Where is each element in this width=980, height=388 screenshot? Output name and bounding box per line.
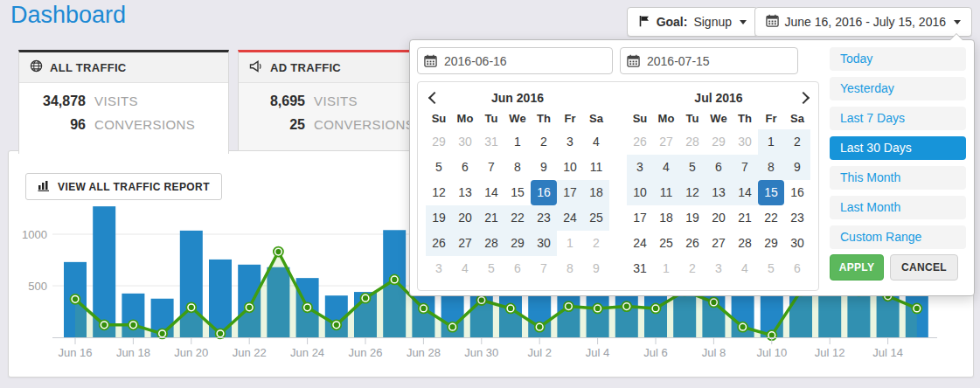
calendar-day[interactable]: 27 (705, 231, 732, 256)
calendar-day[interactable]: 3 (627, 155, 653, 180)
calendar-day[interactable]: 14 (732, 180, 758, 205)
calendar-day[interactable]: 1 (504, 129, 531, 155)
calendar-day[interactable]: 10 (557, 155, 583, 180)
calendar-day[interactable]: 25 (653, 231, 679, 256)
calendar-day[interactable]: 31 (478, 129, 504, 155)
calendar-day[interactable]: 4 (452, 256, 478, 281)
calendar-day[interactable]: 9 (531, 155, 557, 180)
calendar-day[interactable]: 8 (557, 256, 583, 281)
calendar-day[interactable]: 7 (732, 155, 758, 180)
calendar-day[interactable]: 23 (784, 205, 810, 231)
start-date-input[interactable] (417, 47, 613, 74)
view-all-traffic-report-button[interactable]: VIEW ALL TRAFFIC REPORT (25, 173, 222, 200)
calendar-day[interactable]: 29 (504, 231, 531, 256)
calendar-day[interactable]: 17 (557, 180, 583, 205)
calendar-day[interactable]: 4 (653, 155, 679, 180)
calendar-day[interactable]: 5 (679, 155, 705, 180)
calendar-day[interactable]: 7 (478, 155, 504, 180)
calendar-day[interactable]: 27 (452, 231, 478, 256)
calendar-day[interactable]: 2 (583, 231, 609, 256)
calendar-day[interactable]: 6 (784, 256, 810, 281)
calendar-day[interactable]: 9 (784, 155, 810, 180)
preset-last-30-days[interactable]: Last 30 Days (830, 136, 966, 160)
marker-dot (914, 306, 920, 311)
calendar-day[interactable]: 30 (452, 129, 478, 155)
calendar-day[interactable]: 16 (784, 180, 810, 205)
date-range-button[interactable]: June 16, 2016 - July 15, 2016 (754, 7, 972, 37)
calendar-day[interactable]: 26 (426, 231, 452, 256)
calendar-day[interactable]: 2 (531, 129, 557, 155)
calendar-day[interactable]: 22 (758, 205, 784, 231)
calendar-day[interactable]: 11 (653, 180, 679, 205)
preset-custom-range[interactable]: Custom Range (830, 225, 966, 249)
calendar-day[interactable]: 17 (627, 205, 653, 231)
calendar-day[interactable]: 10 (627, 180, 653, 205)
calendar-day[interactable]: 12 (679, 180, 705, 205)
calendar-day[interactable]: 4 (732, 256, 758, 281)
calendar-day[interactable]: 1 (653, 256, 679, 281)
calendar-day[interactable]: 3 (426, 256, 452, 281)
goal-dropdown-button[interactable]: Goal: Signup (627, 7, 758, 37)
calendar-day[interactable]: 19 (426, 205, 452, 231)
calendar-day[interactable]: 24 (557, 205, 583, 231)
all-traffic-card[interactable]: ALL TRAFFIC 34,878VISITS 96CONVERSIONS (18, 50, 229, 154)
calendar-day[interactable]: 18 (653, 205, 679, 231)
calendar-day[interactable]: 5 (758, 256, 784, 281)
cancel-button[interactable]: CANCEL (890, 254, 958, 281)
calendar-day[interactable]: 6 (452, 155, 478, 180)
preset-this-month[interactable]: This Month (830, 166, 966, 190)
preset-last-month[interactable]: Last Month (830, 196, 966, 219)
calendar-day[interactable]: 20 (705, 205, 732, 231)
apply-button[interactable]: APPLY (830, 254, 884, 281)
calendar-day[interactable]: 3 (557, 129, 583, 155)
calendar-day[interactable]: 21 (478, 205, 504, 231)
calendar-day[interactable]: 3 (705, 256, 732, 281)
calendar-day[interactable]: 8 (504, 155, 531, 180)
calendar-day[interactable]: 5 (426, 155, 452, 180)
calendar-day[interactable]: 13 (705, 180, 732, 205)
calendar-day[interactable]: 21 (732, 205, 758, 231)
calendar-day[interactable]: 23 (531, 205, 557, 231)
calendar-day[interactable]: 6 (705, 155, 732, 180)
calendar-day[interactable]: 12 (426, 180, 452, 205)
calendar-day[interactable]: 15 (758, 180, 784, 205)
calendar-day[interactable]: 11 (583, 155, 609, 180)
calendar-day[interactable]: 18 (583, 180, 609, 205)
calendar-day[interactable]: 7 (531, 256, 557, 281)
calendar-day[interactable]: 2 (679, 256, 705, 281)
calendar-day[interactable]: 8 (758, 155, 784, 180)
calendar-day[interactable]: 30 (531, 231, 557, 256)
calendar-day[interactable]: 20 (452, 205, 478, 231)
calendar-day[interactable]: 13 (452, 180, 478, 205)
calendar-day[interactable]: 22 (504, 205, 531, 231)
end-date-input[interactable] (620, 47, 798, 74)
calendar-day[interactable]: 29 (705, 129, 732, 155)
calendar-day[interactable]: 14 (478, 180, 504, 205)
preset-yesterday[interactable]: Yesterday (830, 77, 966, 100)
calendar-day[interactable]: 28 (478, 231, 504, 256)
calendar-day[interactable]: 30 (784, 231, 810, 256)
calendar-day[interactable]: 29 (426, 129, 452, 155)
calendar-day[interactable]: 24 (627, 231, 653, 256)
calendar-day[interactable]: 25 (583, 205, 609, 231)
calendar-day[interactable]: 6 (504, 256, 531, 281)
calendar-day[interactable]: 31 (627, 256, 653, 281)
calendar-day[interactable]: 26 (627, 129, 653, 155)
calendar-day[interactable]: 28 (679, 129, 705, 155)
calendar-day[interactable]: 26 (679, 231, 705, 256)
calendar-day[interactable]: 27 (653, 129, 679, 155)
preset-today[interactable]: Today (830, 47, 966, 71)
calendar-day[interactable]: 28 (732, 231, 758, 256)
calendar-day[interactable]: 19 (679, 205, 705, 231)
calendar-day[interactable]: 1 (758, 129, 784, 155)
calendar-day[interactable]: 4 (583, 129, 609, 155)
calendar-day[interactable]: 30 (732, 129, 758, 155)
calendar-day[interactable]: 16 (531, 180, 557, 205)
calendar-day[interactable]: 1 (557, 231, 583, 256)
calendar-day[interactable]: 15 (504, 180, 531, 205)
calendar-day[interactable]: 29 (758, 231, 784, 256)
calendar-day[interactable]: 5 (478, 256, 504, 281)
calendar-day[interactable]: 9 (583, 256, 609, 281)
calendar-day[interactable]: 2 (784, 129, 810, 155)
preset-last-7-days[interactable]: Last 7 Days (830, 107, 966, 130)
